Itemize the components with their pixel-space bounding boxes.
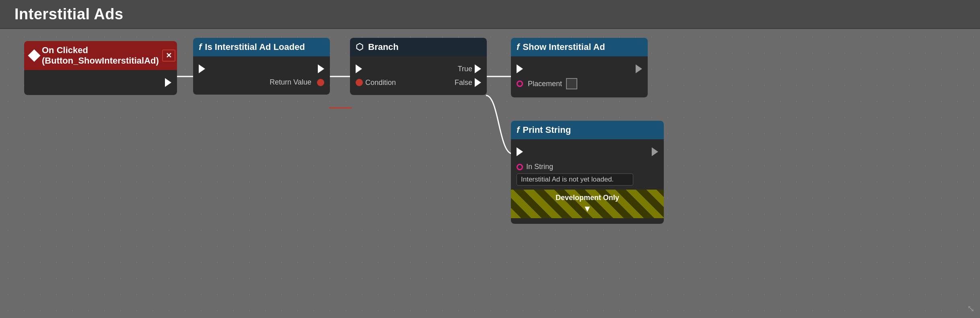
branch-header: ⬡ Branch (350, 38, 487, 56)
node-on-clicked[interactable]: On Clicked (Button_ShowInterstitialAd) ✕ (24, 41, 177, 95)
placement-label: Placement (528, 80, 562, 88)
show-ad-title: Show Interstitial Ad (523, 42, 605, 52)
false-label: False (455, 78, 472, 87)
chevron-down-icon[interactable]: ▼ (583, 204, 592, 214)
in-string-pin[interactable] (517, 164, 523, 170)
in-string-row: In String (511, 159, 664, 190)
placement-row: Placement (511, 76, 648, 92)
node-print-string[interactable]: f Print String In String Development Onl… (511, 121, 664, 224)
in-string-input[interactable] (517, 173, 633, 186)
return-value-label: Return Value (270, 78, 311, 87)
exec-out-pin[interactable] (165, 78, 171, 87)
show-ad-header: f Show Interstitial Ad (511, 38, 648, 56)
print-exec-out[interactable] (652, 147, 658, 156)
is-loaded-title: Is Interstitial Ad Loaded (205, 42, 305, 52)
branch-title: Branch (368, 42, 399, 52)
exec-out-pin[interactable] (318, 64, 324, 73)
branch-icon: ⬡ (356, 42, 363, 52)
return-value-pin[interactable] (317, 79, 324, 86)
node-branch[interactable]: ⬡ Branch True Condition False (350, 38, 487, 95)
on-clicked-exec-row (24, 76, 177, 89)
branch-exec-in[interactable] (356, 64, 362, 73)
node-is-loaded[interactable]: f Is Interstitial Ad Loaded Return Value (193, 38, 330, 95)
show-ad-exec-in[interactable] (517, 64, 523, 73)
resize-icon: ⤡ (967, 304, 974, 314)
show-ad-exec-row (511, 62, 648, 76)
return-value-row: Return Value (193, 76, 330, 89)
on-clicked-title: On Clicked (Button_ShowInterstitialAd) (42, 45, 159, 66)
print-string-body: In String Development Only ▼ (511, 139, 664, 224)
close-node-button[interactable]: ✕ (162, 50, 175, 62)
show-ad-exec-out[interactable] (636, 64, 642, 73)
false-out-pin[interactable] (475, 78, 481, 87)
branch-body: True Condition False (350, 56, 487, 95)
condition-in-pin[interactable] (356, 79, 363, 86)
placement-value-box[interactable] (566, 78, 577, 89)
show-ad-body: Placement (511, 56, 648, 97)
in-string-label: In String (526, 163, 553, 171)
print-string-title: Print String (523, 125, 571, 135)
is-loaded-exec-row (193, 62, 330, 76)
on-clicked-header: On Clicked (Button_ShowInterstitialAd) ✕ (24, 41, 177, 70)
dev-only-label: Development Only (556, 194, 619, 202)
branch-condition-false-row: Condition False (350, 76, 487, 89)
true-label: True (458, 65, 472, 73)
print-string-header: f Print String (511, 121, 664, 139)
page-title: Interstitial Ads (14, 6, 124, 23)
f-icon-is-loaded: f (199, 42, 202, 52)
true-out-pin[interactable] (475, 64, 481, 73)
node-show-ad[interactable]: f Show Interstitial Ad Placement (511, 38, 648, 97)
branch-exec-true-row: True (350, 62, 487, 76)
title-bar: Interstitial Ads (0, 0, 980, 29)
f-icon-show-ad: f (517, 42, 519, 52)
in-string-label-row: In String (517, 163, 658, 171)
on-clicked-body (24, 70, 177, 95)
is-loaded-header: f Is Interstitial Ad Loaded (193, 38, 330, 56)
exec-in-pin[interactable] (199, 64, 205, 73)
condition-label: Condition (365, 78, 396, 87)
diamond-icon (28, 49, 40, 62)
print-exec-in[interactable] (517, 147, 523, 156)
blueprint-canvas[interactable]: On Clicked (Button_ShowInterstitialAd) ✕… (0, 29, 980, 318)
f-icon-print: f (517, 125, 519, 135)
is-loaded-body: Return Value (193, 56, 330, 95)
placement-in-pin[interactable] (517, 81, 523, 87)
print-exec-row (511, 145, 664, 159)
dev-only-bar: Development Only ▼ (511, 190, 664, 218)
